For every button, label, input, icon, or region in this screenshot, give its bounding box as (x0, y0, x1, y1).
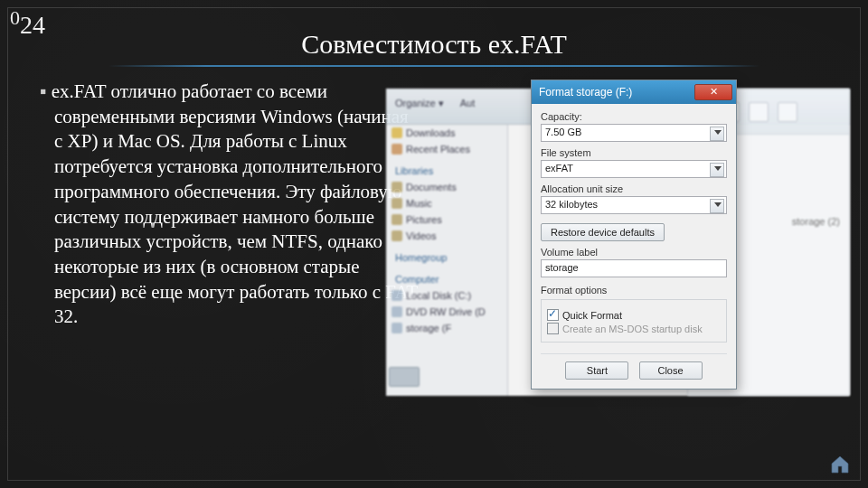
drive-icon (392, 290, 402, 301)
checkbox-icon (547, 323, 559, 334)
folder-icon (392, 198, 402, 209)
allocation-combo[interactable]: 32 kilobytes (541, 196, 727, 214)
dialog-button-row: Start Close (541, 353, 727, 380)
title-underline (108, 65, 760, 67)
sidebar-item-storage[interactable]: storage (F (386, 320, 507, 336)
capacity-value: 7.50 GB (545, 127, 581, 137)
restore-defaults-button[interactable]: Restore device defaults (541, 223, 665, 241)
folder-icon (392, 214, 402, 225)
chevron-down-icon (714, 166, 722, 171)
explorer-sidebar: Downloads Recent Places Libraries Docume… (386, 125, 508, 396)
folder-icon (392, 144, 402, 155)
drive-icon (392, 323, 402, 333)
volume-label-label: Volume label (541, 247, 727, 258)
folder-icon (392, 127, 402, 138)
slide-number-value: 24 (20, 11, 45, 39)
ribbon-icon[interactable] (778, 102, 797, 122)
sidebar-item-music[interactable]: Music (386, 195, 507, 211)
slide-title: Совместимость ex.FAT (0, 29, 868, 60)
drive-icon (392, 306, 402, 317)
format-dialog: Format storage (F:) ✕ Capacity: 7.50 GB … (531, 80, 737, 389)
volume-value: storage (545, 262, 579, 273)
sidebar-header-libraries[interactable]: Libraries (386, 163, 507, 179)
format-options-group: Quick Format Create an MS-DOS startup di… (541, 299, 727, 343)
filesystem-combo[interactable]: exFAT (541, 160, 727, 178)
drive-thumbnail (386, 367, 422, 394)
slide-number-prefix: 0 (10, 6, 20, 29)
quick-format-label: Quick Format (562, 310, 622, 321)
close-button[interactable]: ✕ (694, 84, 732, 100)
capacity-combo[interactable]: 7.50 GB (541, 124, 727, 142)
screenshot-area: Organize ▾ Aut Downloads Recent Places L… (436, 80, 841, 396)
filesystem-label: File system (541, 147, 727, 158)
home-icon[interactable] (828, 454, 852, 475)
dialog-titlebar[interactable]: Format storage (F:) ✕ (532, 80, 736, 104)
folder-icon (392, 182, 402, 192)
sidebar-item-dvd[interactable]: DVD RW Drive (D (386, 304, 507, 320)
sidebar-item-recent[interactable]: Recent Places (386, 141, 507, 157)
volume-label-input[interactable]: storage (541, 259, 727, 277)
bullet-paragraph: ex.FAT отлично работает со всеми совреме… (40, 80, 420, 330)
dialog-body: Capacity: 7.50 GB File system exFAT Allo… (532, 104, 736, 389)
content-area: ex.FAT отлично работает со всеми совреме… (0, 80, 868, 396)
start-button[interactable]: Start (565, 361, 628, 380)
text-column: ex.FAT отлично работает со всеми совреме… (40, 80, 420, 396)
sidebar-item-local-disk[interactable]: Local Disk (C:) (386, 287, 507, 304)
quick-format-checkbox[interactable]: Quick Format (547, 309, 721, 321)
chevron-down-icon (714, 202, 722, 207)
format-options-label: Format options (541, 285, 727, 296)
organize-button[interactable]: Organize ▾ (395, 98, 444, 109)
slide-number: 024 (5, 5, 51, 42)
chevron-down-icon (714, 130, 722, 135)
checkbox-icon (547, 309, 559, 321)
dialog-title: Format storage (F:) (539, 86, 694, 99)
close-dialog-button[interactable]: Close (639, 361, 703, 380)
sidebar-item-pictures[interactable]: Pictures (386, 211, 507, 228)
capacity-label: Capacity: (541, 111, 727, 122)
sidebar-item-documents[interactable]: Documents (386, 179, 507, 195)
ribbon-icon[interactable] (749, 102, 769, 122)
msdos-checkbox: Create an MS-DOS startup disk (547, 323, 721, 334)
allocation-value: 32 kilobytes (545, 199, 598, 210)
sidebar-header-homegroup[interactable]: Homegroup (386, 249, 507, 266)
autoplay-button[interactable]: Aut (460, 98, 476, 108)
sidebar-item-downloads[interactable]: Downloads (386, 125, 507, 141)
folder-icon (392, 230, 402, 241)
sidebar-item-videos[interactable]: Videos (386, 228, 507, 244)
drive-icon (389, 367, 420, 387)
msdos-label: Create an MS-DOS startup disk (562, 324, 703, 334)
sidebar-header-computer[interactable]: Computer (386, 271, 507, 287)
allocation-label: Allocation unit size (541, 183, 727, 194)
filesystem-value: exFAT (545, 163, 573, 174)
